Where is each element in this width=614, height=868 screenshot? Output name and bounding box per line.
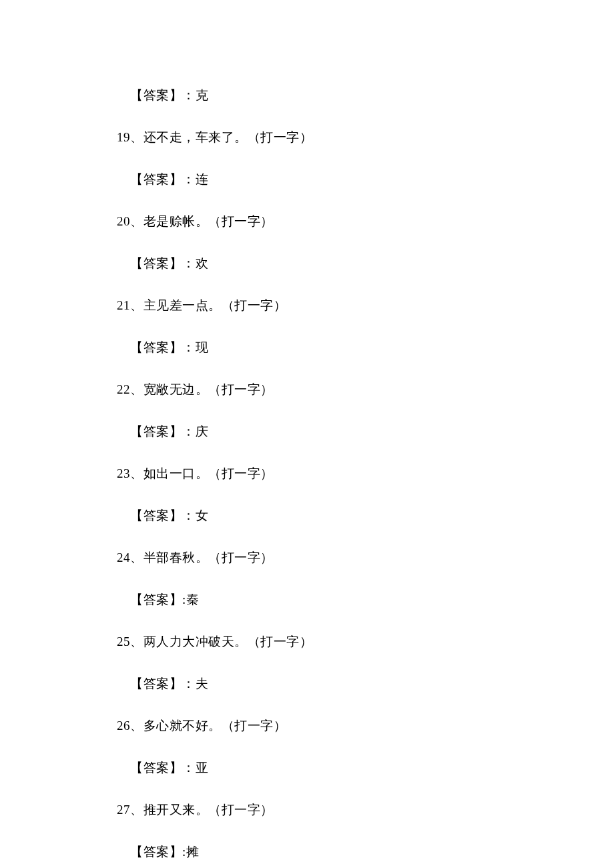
answer-text: 【答案】：现 (117, 339, 614, 356)
answer-text: 【答案】：女 (117, 507, 614, 524)
answer-text: 【答案】:摊 (117, 843, 614, 861)
question-text: 23、如出一口。（打一字） (117, 465, 614, 482)
question-text: 20、老是赊帐。（打一字） (117, 213, 614, 230)
question-text: 22、宽敞无边。（打一字） (117, 381, 614, 398)
answer-text: 【答案】：连 (117, 171, 614, 188)
document-content: 【答案】：克19、还不走，车来了。（打一字）【答案】：连20、老是赊帐。（打一字… (117, 87, 614, 868)
question-text: 21、主见差一点。（打一字） (117, 297, 614, 314)
question-text: 19、还不走，车来了。（打一字） (117, 129, 614, 146)
question-text: 26、多心就不好。（打一字） (117, 717, 614, 735)
answer-text: 【答案】：欢 (117, 255, 614, 272)
answer-text: 【答案】:秦 (117, 591, 614, 608)
question-text: 27、推开又来。（打一字） (117, 801, 614, 819)
question-text: 24、半部春秋。（打一字） (117, 549, 614, 566)
answer-text: 【答案】：克 (117, 87, 614, 104)
answer-text: 【答案】：庆 (117, 423, 614, 440)
question-text: 25、两人力大冲破天。（打一字） (117, 633, 614, 650)
answer-text: 【答案】：夫 (117, 675, 614, 693)
answer-text: 【答案】：亚 (117, 759, 614, 777)
